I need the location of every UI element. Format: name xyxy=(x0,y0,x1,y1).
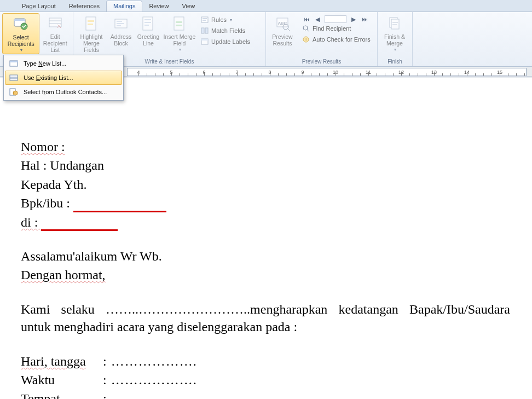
outlook-contacts-icon xyxy=(8,87,19,97)
first-record-button[interactable]: ⏮ xyxy=(303,16,310,22)
svg-rect-7 xyxy=(88,20,94,22)
doc-waktu: Waktu xyxy=(21,371,103,389)
rules-button[interactable]: Rules▾ xyxy=(198,14,252,25)
select-recipients-icon xyxy=(12,15,30,33)
finish-merge-button[interactable]: Finish & Merge ▾ xyxy=(380,13,409,53)
prev-record-button[interactable]: ◀ xyxy=(314,16,321,23)
svg-line-28 xyxy=(287,28,290,31)
address-block-icon xyxy=(112,15,130,32)
match-fields-label: Match Fields xyxy=(211,27,245,34)
preview-results-icon: ABC xyxy=(274,15,291,32)
svg-point-41 xyxy=(13,91,18,95)
doc-tempat-dots: :……………….. xyxy=(103,391,197,399)
menu-use-existing-label: Use Existing List... xyxy=(24,74,73,81)
greeting-line-label: Greeting Line xyxy=(137,33,159,47)
doc-paragraph: Kami selaku ……..……………………..mengharapkan k… xyxy=(21,300,510,336)
record-number-field[interactable] xyxy=(325,15,346,23)
edit-recipient-list-button[interactable]: Edit Recipient List xyxy=(39,13,71,53)
auto-check-label: Auto Check for Errors xyxy=(313,36,371,43)
auto-check-errors-button[interactable]: ! Auto Check for Errors xyxy=(299,34,373,45)
tab-mailings[interactable]: Mailings xyxy=(106,1,142,11)
doc-waktu-dots: : ………………. xyxy=(103,373,197,387)
record-navigation: ⏮ ◀ ▶ ⏭ xyxy=(299,13,373,23)
doc-nomor: Nomor : xyxy=(21,140,65,154)
highlight-merge-fields-icon xyxy=(83,15,100,32)
find-recipient-button[interactable]: Find Recipient xyxy=(299,23,373,34)
svg-rect-10 xyxy=(117,21,122,22)
group-preview-results: ABC Preview Results ⏮ ◀ ▶ ⏭ Find Recipie… xyxy=(266,12,378,66)
insert-merge-field-icon xyxy=(171,15,188,32)
rules-label: Rules xyxy=(211,16,227,23)
group-label-finish: Finish xyxy=(380,57,410,65)
svg-line-30 xyxy=(307,30,309,32)
select-recipients-button[interactable]: Select Recipients ▾ xyxy=(2,13,39,54)
doc-hari-dots: : ………………. xyxy=(103,354,197,368)
address-block-button[interactable]: Address Block xyxy=(107,13,135,47)
menu-use-existing-list[interactable]: Use Existing List... xyxy=(5,71,122,85)
doc-hormat: Dengan hormat, xyxy=(21,268,106,282)
tab-view[interactable]: View xyxy=(175,1,201,11)
dropdown-caret-icon: ▾ xyxy=(394,47,396,53)
last-record-button[interactable]: ⏭ xyxy=(361,16,368,22)
highlight-merge-fields-button[interactable]: Highlight Merge Fields xyxy=(76,13,107,53)
dropdown-caret-icon: ▾ xyxy=(230,18,232,22)
merge-field-name-placeholder xyxy=(73,196,166,212)
svg-rect-24 xyxy=(201,39,208,41)
update-labels-label: Update Labels xyxy=(211,38,250,45)
menu-outlook-label: Select from Outlook Contacts... xyxy=(24,89,107,95)
tab-review[interactable]: Review xyxy=(142,1,175,11)
match-fields-icon xyxy=(200,26,209,35)
greeting-line-icon xyxy=(140,15,157,32)
doc-salam: Assalamu'alaikum Wr Wb. xyxy=(21,247,510,265)
insert-merge-field-label: Insert Merge Field xyxy=(164,33,196,47)
select-recipients-menu: Type New List... Use Existing List... Se… xyxy=(3,55,124,101)
svg-rect-12 xyxy=(117,25,121,26)
menu-select-from-outlook[interactable]: Select from Outlook Contacts... xyxy=(5,85,122,99)
address-block-label: Address Block xyxy=(111,33,132,47)
svg-rect-21 xyxy=(201,28,204,33)
group-label-preview: Preview Results xyxy=(268,57,375,65)
horizontal-ruler[interactable]: 456789101112131415 xyxy=(127,68,527,76)
svg-text:!: ! xyxy=(305,37,307,42)
doc-di: di : xyxy=(21,215,41,229)
doc-kepada: Kepada Yth. xyxy=(21,176,510,193)
menu-type-new-label: Type New List... xyxy=(24,60,66,67)
select-recipients-label: Select Recipients xyxy=(8,34,34,47)
edit-recipient-list-label: Edit Recipient List xyxy=(41,33,70,53)
greeting-line-button[interactable]: Greeting Line xyxy=(135,13,162,47)
insert-merge-field-button[interactable]: Insert Merge Field ▾ xyxy=(162,13,197,53)
menu-type-new-list[interactable]: Type New List... xyxy=(5,56,122,71)
next-record-button[interactable]: ▶ xyxy=(350,16,357,23)
edit-recipient-list-icon xyxy=(47,15,64,32)
svg-rect-20 xyxy=(201,17,208,22)
preview-results-label: Preview Results xyxy=(272,33,292,47)
dropdown-caret-icon: ▾ xyxy=(179,47,181,53)
match-fields-button[interactable]: Match Fields xyxy=(198,25,252,36)
svg-rect-15 xyxy=(144,22,151,23)
doc-hari: Hari, tangga xyxy=(21,354,86,368)
document-page[interactable]: Nomor : Hal : Undangan Kepada Yth. Bpk/i… xyxy=(0,78,532,399)
use-existing-list-icon xyxy=(8,73,19,83)
svg-rect-34 xyxy=(391,19,399,29)
update-labels-button[interactable]: Update Labels xyxy=(198,36,252,47)
svg-rect-1 xyxy=(14,19,25,21)
preview-results-button[interactable]: ABC Preview Results xyxy=(268,13,297,47)
doc-hal: Hal : Undangan xyxy=(21,157,510,174)
auto-check-icon: ! xyxy=(302,35,310,44)
svg-rect-37 xyxy=(10,75,18,80)
finish-merge-label: Finish & Merge xyxy=(384,33,405,47)
svg-rect-22 xyxy=(205,28,208,33)
svg-rect-13 xyxy=(143,17,153,30)
rules-icon xyxy=(200,15,209,24)
svg-rect-14 xyxy=(144,19,151,20)
svg-rect-11 xyxy=(117,23,124,24)
type-new-list-icon xyxy=(8,59,19,68)
tab-page-layout[interactable]: Page Layout xyxy=(15,1,62,11)
svg-point-29 xyxy=(303,26,308,30)
merge-field-address-placeholder xyxy=(41,215,118,231)
update-labels-icon xyxy=(200,37,209,46)
find-recipient-icon xyxy=(302,24,310,33)
dropdown-caret-icon: ▾ xyxy=(20,47,22,54)
doc-tempat: Tempat xyxy=(21,391,60,399)
tab-references[interactable]: References xyxy=(62,1,106,11)
